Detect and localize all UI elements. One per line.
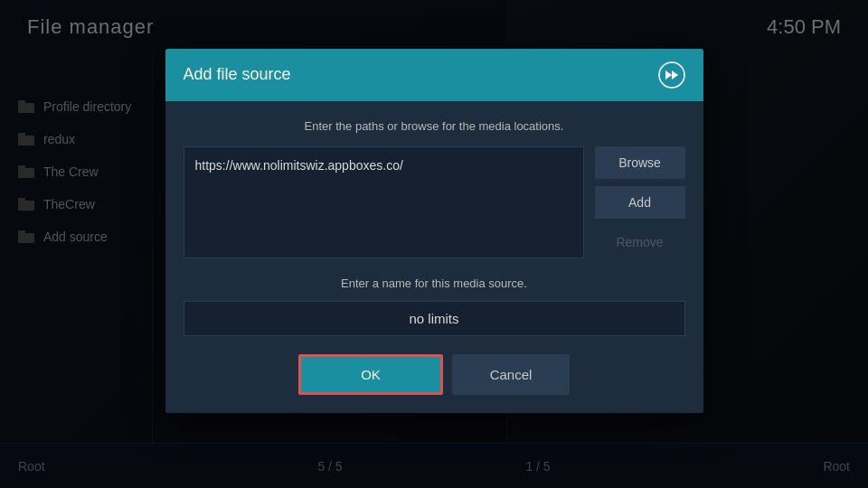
add-file-source-dialog: Add file source Enter the paths or brows… (165, 49, 703, 413)
dialog-actions: OK Cancel (184, 354, 685, 395)
name-input-box[interactable]: no limits (184, 301, 685, 336)
url-buttons: Browse Add Remove (595, 146, 685, 258)
dialog-body: Enter the paths or browse for the media … (165, 101, 703, 413)
name-value: no limits (409, 311, 458, 326)
remove-button[interactable]: Remove (595, 226, 685, 258)
paths-instruction: Enter the paths or browse for the media … (184, 119, 685, 133)
dialog-header: Add file source (165, 49, 703, 101)
kodi-logo-icon (658, 61, 685, 89)
cancel-button[interactable]: Cancel (452, 354, 570, 395)
url-value: https://www.nolimitswiz.appboxes.co/ (195, 158, 403, 173)
url-input-box[interactable]: https://www.nolimitswiz.appboxes.co/ (184, 146, 584, 258)
name-instruction: Enter a name for this media source. (184, 277, 685, 290)
url-area: https://www.nolimitswiz.appboxes.co/ Bro… (184, 146, 685, 258)
browse-button[interactable]: Browse (595, 146, 685, 179)
modal-overlay: Add file source Enter the paths or brows… (0, 0, 868, 488)
ok-button[interactable]: OK (298, 354, 443, 395)
dialog-title: Add file source (184, 65, 291, 84)
add-button[interactable]: Add (595, 186, 685, 219)
